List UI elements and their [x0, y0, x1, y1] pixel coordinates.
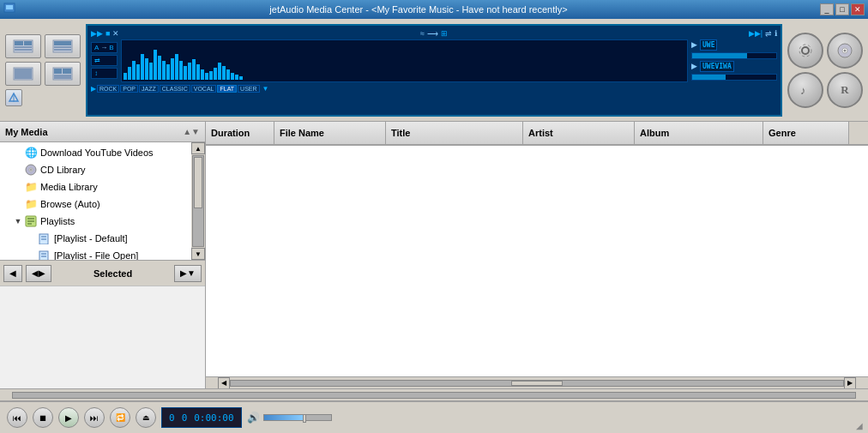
scroll-thumb[interactable] [194, 157, 202, 208]
volume-icon[interactable]: 🔊 [247, 412, 260, 424]
cd-button[interactable] [827, 33, 863, 69]
minimize-button[interactable]: _ [820, 3, 834, 15]
eject-button[interactable]: ⏏ [136, 407, 156, 428]
transport-bar: ⏮ ⏹ ▶ ⏭ 🔁 ⏏ 0 0 0:00:00 🔊 [0, 400, 868, 433]
player-info[interactable]: ℹ [775, 29, 777, 38]
col-header-title[interactable]: Title [386, 122, 523, 144]
eq-band-vocal[interactable]: VOCAL [191, 85, 217, 93]
cd-pos-display: 0 [182, 412, 188, 424]
record-label: R [841, 83, 848, 97]
main-seek-bar[interactable] [12, 392, 856, 399]
eq-band-classic[interactable]: CLASSIC [160, 85, 190, 93]
uweviwa-button[interactable]: UWEVIWA [700, 61, 734, 72]
svg-rect-4 [24, 41, 32, 45]
player-shuffle[interactable]: ⇌ [765, 29, 772, 38]
sidebar-tree: 🌐 Download YouTube Videos [0, 142, 205, 260]
settings-button[interactable] [787, 33, 823, 69]
eq-band-user[interactable]: USER [238, 85, 259, 93]
window-title: jetAudio Media Center - <My Favorite Mus… [17, 4, 820, 15]
view-btn-1[interactable] [5, 34, 41, 58]
sidebar-item-browse[interactable]: 📁 Browse (Auto) [0, 195, 205, 213]
eject-icon: ⏏ [142, 413, 150, 422]
eq-band-flat[interactable]: FLAT [217, 85, 237, 93]
view-btn-4[interactable] [45, 62, 81, 86]
h-scroll-thumb[interactable] [511, 381, 563, 386]
col-header-artist[interactable]: Artist [523, 122, 635, 144]
eq-dropdown-arrow[interactable]: ▼ [262, 85, 269, 93]
scroll-up-btn[interactable]: ▲ [191, 142, 205, 154]
equalizer-bars [121, 39, 688, 82]
col-header-album[interactable]: Album [635, 122, 763, 144]
music-button[interactable]: ♪ [787, 72, 823, 108]
play-icon: ▶ [65, 413, 72, 423]
volume-slider-player[interactable] [691, 52, 777, 59]
uwe-button[interactable]: UWE [700, 39, 717, 51]
speed-button[interactable]: ⇄ [91, 55, 118, 66]
col-header-filename[interactable]: File Name [274, 122, 386, 144]
view-btn-3[interactable] [5, 62, 41, 86]
time-elapsed-display: 0:00:00 [194, 412, 233, 424]
prev-button[interactable]: ⏮ [7, 407, 27, 428]
sidebar-item-cd[interactable]: CD Library [0, 161, 205, 178]
sidebar-item-youtube-label: Download YouTube Videos [40, 147, 154, 158]
sidebar-item-playlists[interactable]: ▼ Playlists [0, 213, 205, 230]
player-control-prev[interactable]: ▶▶ [91, 29, 103, 38]
eq-slider-player[interactable] [691, 74, 777, 81]
record-button[interactable]: R [827, 72, 863, 108]
volume-slider[interactable] [263, 414, 332, 421]
sidebar-item-playlist-default[interactable]: [Playlist - Default] [0, 230, 205, 247]
close-button[interactable]: ✕ [851, 3, 865, 15]
eq-band-rock[interactable]: ROCK [97, 85, 119, 93]
playlist-default-icon [38, 232, 51, 245]
player-control-icon3[interactable]: ✕ [112, 29, 119, 38]
track-list-area: Duration File Name Title Artist Album Ge… [206, 122, 868, 388]
sidebar-fwd-btn[interactable]: ◀▶ [26, 265, 51, 282]
sidebar-vscrollbar[interactable]: ▲ ▼ [191, 142, 205, 260]
eq-band-jazz[interactable]: JAZZ [139, 85, 159, 93]
svg-rect-9 [54, 46, 71, 48]
main-seek-area [0, 388, 868, 400]
eq-band-pop[interactable]: POP [120, 85, 138, 93]
h-scroll-left-btn[interactable]: ◀ [218, 377, 230, 389]
view-btn-row-1 [5, 34, 81, 58]
svg-text:♪: ♪ [800, 84, 806, 97]
system-menu-icon[interactable] [3, 3, 17, 16]
expand-playlist-default [27, 234, 36, 243]
col-title-label: Title [391, 128, 410, 138]
view-btn-2[interactable] [45, 34, 81, 58]
expand-playlists[interactable]: ▼ [14, 217, 22, 226]
ab-button[interactable]: A→B [91, 42, 118, 53]
view-btn-5[interactable] [5, 89, 22, 106]
sidebar-sort-arrow[interactable]: ▲▼ [183, 127, 200, 136]
eq-label-start: ▶ [91, 85, 96, 93]
next-button[interactable]: ⏭ [84, 407, 105, 428]
repeat-button[interactable]: 🔁 [110, 407, 130, 428]
sidebar-header: My Media ▲▼ [0, 122, 205, 142]
stop-button[interactable]: ⏹ [33, 407, 53, 428]
expand-youtube [14, 148, 22, 157]
play-button[interactable]: ▶ [58, 407, 79, 428]
sidebar-item-media[interactable]: 📁 Media Library [0, 178, 205, 195]
sidebar-item-youtube[interactable]: 🌐 Download YouTube Videos [0, 144, 205, 161]
player-label-uwe2: ▶ [691, 62, 697, 70]
toolbar-area: ▶▶ ■ ✕ ≈ ⟶ ⊞ ▶▶| ⇌ ℹ [0, 19, 868, 122]
pitch-button[interactable]: ↕ [91, 68, 118, 79]
volume-area: 🔊 [247, 412, 332, 424]
sidebar-bottom-bar: ◀ ◀▶ Selected ▶▼ [0, 260, 205, 286]
scroll-down-btn[interactable]: ▼ [191, 248, 205, 260]
volume-thumb [303, 414, 306, 423]
player-next-track[interactable]: ▶▶| [749, 29, 763, 38]
sidebar-back-btn[interactable]: ◀ [3, 265, 22, 282]
col-header-genre[interactable]: Genre [763, 122, 849, 144]
player-icon-grid: ⊞ [441, 29, 448, 38]
resize-grip[interactable]: ◢ [856, 421, 868, 433]
player-control-stop[interactable]: ■ [105, 29, 110, 38]
sidebar-sub-panel [0, 286, 205, 388]
sidebar-item-browse-label: Browse (Auto) [40, 199, 100, 209]
maximize-button[interactable]: □ [835, 3, 849, 15]
h-scroll-right-btn[interactable]: ▶ [844, 377, 856, 389]
sidebar-item-playlist-fileopen[interactable]: [Playlist - File Open] [0, 247, 205, 260]
playlists-icon [24, 214, 38, 228]
sidebar-action-btn[interactable]: ▶▼ [174, 265, 202, 282]
col-header-duration[interactable]: Duration [206, 122, 274, 144]
